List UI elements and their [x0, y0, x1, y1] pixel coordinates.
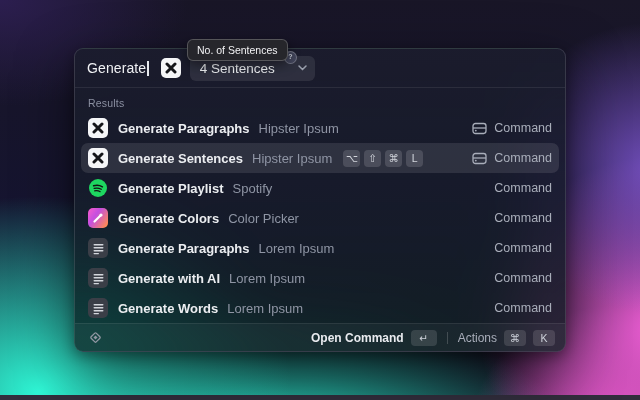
desktop-bottom-strip — [0, 395, 640, 400]
hipster-ipsum-icon — [161, 58, 181, 78]
accessory: Command — [494, 271, 552, 285]
accessory: Command — [494, 241, 552, 255]
command-title: Generate Paragraphs — [118, 241, 250, 256]
extension-name: Hipster Ipsum — [259, 121, 339, 136]
dropdown-tooltip: No. of Sentences — [187, 39, 288, 61]
command-title: Generate Words — [118, 301, 218, 316]
actions-button[interactable]: Actions — [458, 331, 497, 345]
extension-name: Color Picker — [228, 211, 299, 226]
list-item[interactable]: Generate Colors Color Picker Command — [81, 203, 559, 233]
command-type-label: Command — [494, 151, 552, 165]
command-type-label: Command — [494, 241, 552, 255]
accessory: Command — [494, 181, 552, 195]
lorem-ipsum-icon — [88, 238, 108, 258]
footer-divider — [447, 332, 448, 344]
extension-name: Lorem Ipsum — [259, 241, 335, 256]
shortcut-keys: ⌥ ⇧ ⌘ L — [343, 150, 423, 167]
extension-name: Lorem Ipsum — [227, 301, 303, 316]
list-item-selected[interactable]: Generate Sentences Hipster Ipsum ⌥ ⇧ ⌘ L… — [81, 143, 559, 173]
option-key-icon: ⌥ — [343, 150, 360, 167]
extension-name: Hipster Ipsum — [252, 151, 332, 166]
command-type-label: Command — [494, 211, 552, 225]
command-title: Generate Playlist — [118, 181, 224, 196]
return-key-icon: ↵ — [411, 330, 437, 346]
command-type-label: Command — [494, 181, 552, 195]
accessory: Command — [494, 211, 552, 225]
results-section-header: Results — [75, 88, 565, 113]
chevron-down-icon — [298, 65, 307, 71]
accessory: Command — [472, 121, 552, 135]
results-list: Results Generate Paragraphs Hipster Ipsu… — [75, 88, 565, 323]
command-title: Generate with AI — [118, 271, 220, 286]
raycast-logo-icon — [88, 330, 103, 345]
list-item[interactable]: Generate Paragraphs Lorem Ipsum Command — [81, 233, 559, 263]
lorem-ipsum-icon — [88, 268, 108, 288]
spotify-icon — [88, 178, 108, 198]
color-picker-icon — [88, 208, 108, 228]
command-type-icon — [472, 122, 487, 135]
extension-name: Lorem Ipsum — [229, 271, 305, 286]
k-key-icon: K — [533, 330, 555, 346]
extension-name: Spotify — [233, 181, 273, 196]
shift-key-icon: ⇧ — [364, 150, 381, 167]
command-title: Generate Sentences — [118, 151, 243, 166]
lorem-ipsum-icon — [88, 298, 108, 318]
list-item[interactable]: Generate with AI Lorem Ipsum Command — [81, 263, 559, 293]
sentences-dropdown-value: 4 Sentences — [200, 61, 298, 76]
command-title: Generate Colors — [118, 211, 219, 226]
action-bar: Open Command ↵ Actions ⌘ K — [75, 323, 565, 351]
search-input[interactable]: Generate — [87, 60, 146, 76]
list-item[interactable]: Generate Paragraphs Hipster Ipsum Comman… — [81, 113, 559, 143]
text-caret — [147, 61, 149, 76]
command-key-icon: ⌘ — [385, 150, 402, 167]
raycast-window: No. of Sentences Generate 4 Sentences ? … — [74, 48, 566, 352]
command-title: Generate Paragraphs — [118, 121, 250, 136]
hipster-ipsum-icon — [88, 118, 108, 138]
open-command-button[interactable]: Open Command — [311, 331, 404, 345]
list-item[interactable]: Generate Playlist Spotify Command — [81, 173, 559, 203]
hipster-ipsum-icon — [88, 148, 108, 168]
accessory: Command — [472, 151, 552, 165]
command-type-icon — [472, 152, 487, 165]
list-item[interactable]: Generate Words Lorem Ipsum Command — [81, 293, 559, 323]
command-type-label: Command — [494, 121, 552, 135]
search-bar: Generate 4 Sentences ? — [75, 49, 565, 88]
command-key-icon: ⌘ — [504, 330, 526, 346]
accessory: Command — [494, 301, 552, 315]
command-type-label: Command — [494, 271, 552, 285]
command-type-label: Command — [494, 301, 552, 315]
l-key-icon: L — [406, 150, 423, 167]
